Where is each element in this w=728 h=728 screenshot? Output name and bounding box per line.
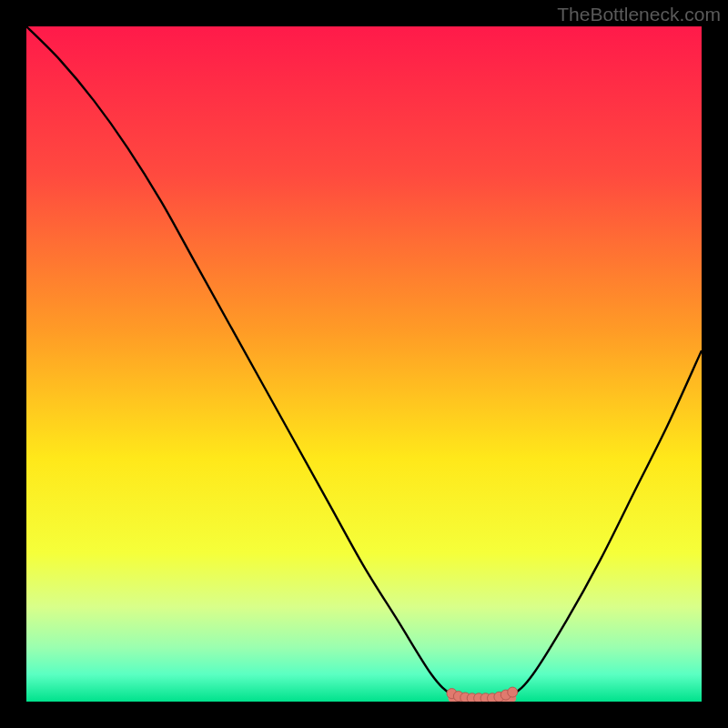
bottleneck-curve xyxy=(26,26,702,702)
data-marker xyxy=(508,687,518,697)
chart-frame: TheBottleneck.com xyxy=(0,0,728,728)
watermark-text: TheBottleneck.com xyxy=(557,4,721,25)
chart-svg xyxy=(26,26,702,702)
marker-group xyxy=(447,687,518,702)
chart-plot-area xyxy=(26,26,702,702)
